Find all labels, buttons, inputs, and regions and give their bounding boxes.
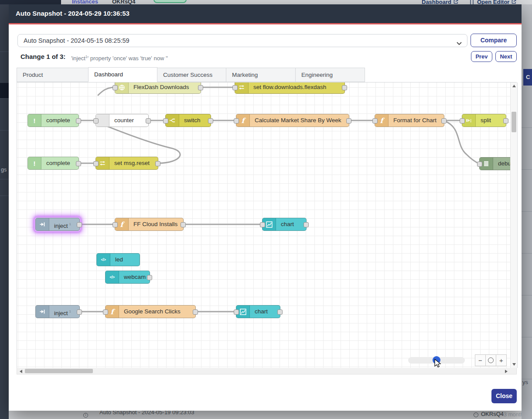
background-sidebar: gs	[0, 4, 9, 419]
node-google-search-clicks[interactable]: fGoogle Search Clicks	[105, 305, 196, 318]
zoom-in-button[interactable]: +	[496, 355, 506, 366]
node-complete-1[interactable]: !complete	[27, 114, 79, 127]
next-button[interactable]: Next	[495, 51, 517, 62]
compare-button[interactable]: Compare	[471, 34, 517, 47]
input-port	[93, 118, 99, 124]
tab-product[interactable]: Product	[17, 68, 89, 82]
node-led[interactable]: </>led	[96, 253, 140, 266]
external-link-icon	[454, 0, 458, 4]
tab-customer-success[interactable]: Customer Success	[157, 68, 226, 82]
node-switch[interactable]: switch	[165, 114, 211, 127]
background-snapshot-name: Auto Snapshot - 2024-05-19 09:23:03	[99, 411, 194, 416]
scroll-left-arrow-icon[interactable]	[20, 370, 22, 373]
node-label: chart	[250, 306, 280, 318]
node-label: counter	[109, 114, 148, 127]
background-text-fragment: ys	[522, 379, 528, 385]
snapshot-select-value: Auto Snapshot - 2024-05-15 08:25:59	[24, 37, 130, 44]
background-topbar-dark	[0, 0, 61, 4]
node-chart-1[interactable]: chart	[262, 218, 307, 231]
dialog-header: Auto Snapshot - 2024-05-29 10:36:53	[9, 4, 522, 24]
node-label: complete	[41, 157, 78, 169]
vertical-scrollbar-thumb[interactable]	[512, 112, 516, 132]
node-inject-1[interactable]: inject1	[35, 218, 80, 231]
node-label: Calculate Market Share By Week	[250, 114, 349, 127]
output-port	[155, 161, 160, 166]
zoom-reset-icon	[488, 357, 494, 363]
scroll-down-arrow-icon[interactable]	[512, 363, 516, 366]
node-ff-cloud-installs[interactable]: fFF Cloud Installs	[115, 218, 184, 231]
tab-dashboard[interactable]: Dashboard	[88, 67, 157, 82]
tab-engineering[interactable]: Engineering	[295, 68, 365, 82]
zoom-out-button[interactable]: −	[475, 355, 486, 366]
node-set-msg-reset[interactable]: set msg.reset	[95, 157, 158, 170]
input-port	[163, 118, 168, 124]
external-link-icon	[512, 0, 516, 4]
dashboard-link[interactable]: Dashboard	[422, 0, 458, 4]
node-webcam[interactable]: </>webcam	[105, 271, 150, 284]
close-button[interactable]: Close	[491, 389, 517, 403]
node-counter[interactable]: counter	[95, 114, 149, 127]
exclamation-icon: !	[28, 157, 41, 169]
input-port	[372, 118, 378, 124]
input-port	[260, 222, 265, 227]
flow-canvas[interactable]: FlexDash Downloadsset flow.downloads.fle…	[17, 82, 518, 368]
background-duration-fragment: 3 months 3 weeks 4 d	[504, 412, 522, 418]
output-port	[277, 309, 283, 315]
dialog-title: Auto Snapshot - 2024-05-29 10:36:53	[16, 10, 130, 17]
topbar-separator	[470, 0, 471, 4]
output-port	[208, 118, 213, 124]
zoom-slider-thumb[interactable]	[433, 356, 440, 364]
node-split[interactable]: split	[462, 114, 506, 127]
info-icon: i	[83, 413, 88, 418]
snapshot-select[interactable]: Auto Snapshot - 2024-05-15 08:25:59	[17, 34, 467, 47]
node-label: inject1	[49, 218, 79, 230]
node-calculate-market-share[interactable]: fCalculate Market Share By Week	[236, 114, 349, 127]
node-complete-2[interactable]: !complete	[27, 157, 79, 170]
output-port	[441, 118, 447, 124]
input-port	[232, 85, 238, 90]
exclamation-icon: !	[28, 114, 41, 127]
horizontal-scrollbar[interactable]	[17, 368, 517, 374]
sidebar-label-fragment: gs	[1, 167, 7, 173]
code-icon: </>	[97, 254, 110, 266]
zoom-button-group: − +	[475, 354, 507, 366]
scroll-right-arrow-icon[interactable]	[505, 370, 508, 373]
background-table-rows	[522, 86, 532, 419]
horizontal-scrollbar-thumb[interactable]	[25, 369, 93, 373]
input-port	[477, 161, 482, 167]
change-detail-post: ' property 'once' was 'true' now ''	[88, 55, 168, 62]
node-chart-2[interactable]: chart	[236, 305, 280, 318]
zoom-reset-button[interactable]	[486, 355, 496, 366]
node-label: switch	[179, 114, 211, 127]
snapshot-compare-dialog: Auto Snapshot - 2024-05-29 10:36:53 Auto…	[9, 4, 522, 411]
project-icon: ◦	[474, 412, 478, 417]
open-editor-link[interactable]: Open Editor	[477, 0, 516, 4]
output-port	[147, 275, 152, 280]
status-badge	[153, 0, 187, 3]
node-label: led	[110, 254, 140, 266]
output-port	[198, 85, 203, 90]
node-set-flow-downloads-flexdash[interactable]: set flow.downloads.flexdash	[235, 82, 345, 94]
node-label: complete	[41, 114, 78, 127]
node-label: FlexDash Downloads	[129, 82, 201, 93]
breadcrumb-instances[interactable]: Instances	[72, 0, 98, 4]
prev-button[interactable]: Prev	[471, 51, 492, 62]
code-icon: </>	[106, 271, 119, 283]
chevron-down-icon	[457, 39, 462, 47]
tab-marketing[interactable]: Marketing	[226, 68, 296, 82]
change-detail-pre: 'inject	[71, 55, 85, 62]
node-flexdash-downloads[interactable]: FlexDash Downloads	[115, 82, 201, 94]
node-label: FF Cloud Installs	[129, 218, 183, 230]
output-port	[181, 222, 186, 227]
input-port	[113, 85, 118, 90]
change-counter-label: Change 1 of 3:	[20, 53, 65, 60]
app-root: Instances OKRsQ4 Dashboard Open Editor g…	[0, 0, 532, 419]
scroll-up-arrow-icon[interactable]	[512, 85, 516, 87]
input-port	[460, 118, 465, 124]
topbar-separator	[473, 0, 474, 4]
output-port	[503, 118, 508, 124]
node-format-for-chart[interactable]: fFormat for Chart	[375, 114, 444, 127]
node-inject-2[interactable]: inject1	[35, 305, 80, 318]
input-port	[93, 161, 99, 166]
vertical-scrollbar[interactable]	[510, 82, 517, 368]
